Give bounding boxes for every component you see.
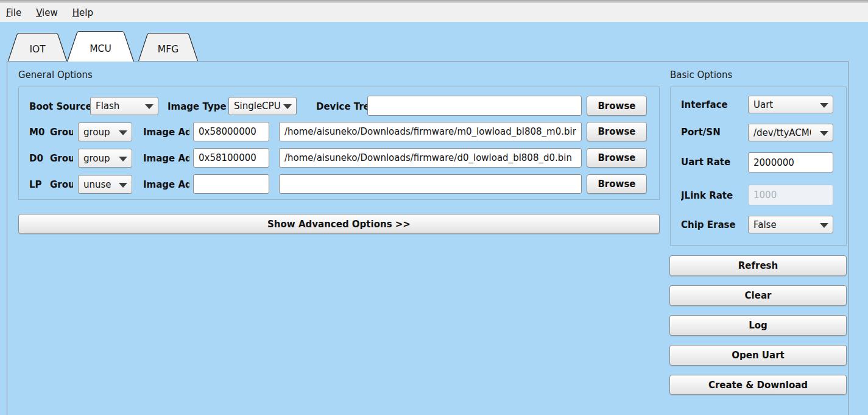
tab-mfg-label: MFG — [138, 33, 198, 61]
tab-mfg[interactable]: MFG — [138, 33, 198, 61]
menu-bar: File View Help — [0, 3, 868, 22]
menu-view[interactable]: View — [36, 7, 58, 18]
menu-help[interactable]: Help — [72, 7, 93, 18]
tab-iot-label: IOT — [8, 33, 67, 61]
tab-iot[interactable]: IOT — [8, 33, 67, 61]
tab-mcu-label: MCU — [67, 31, 134, 62]
menu-file[interactable]: File — [6, 7, 21, 18]
tab-mcu[interactable]: MCU — [67, 31, 134, 62]
app-window: File View Help IOT MCU MFG General Optio… — [0, 0, 868, 415]
tab-content-frame — [7, 61, 849, 415]
